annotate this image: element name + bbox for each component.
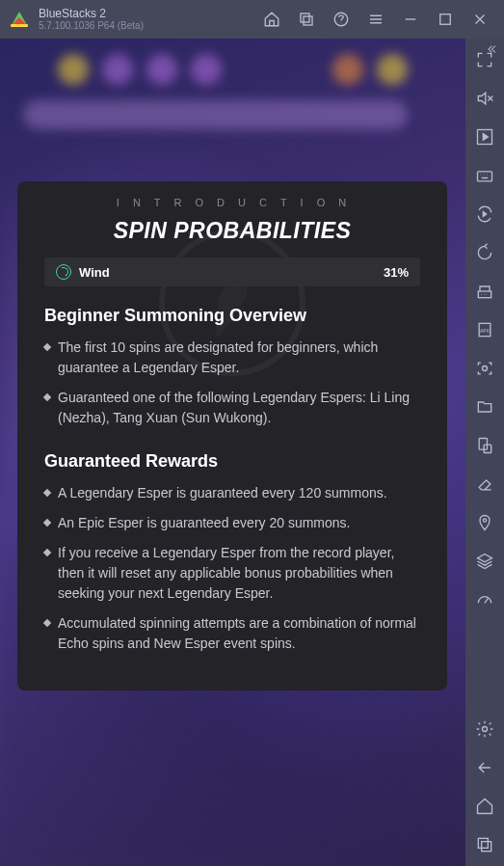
svg-rect-0 [11,24,28,27]
play-right-icon[interactable] [475,127,494,147]
disk-icon[interactable] [475,282,494,301]
folder-icon[interactable] [475,397,494,417]
home-icon[interactable] [263,11,280,28]
app-logo [8,8,31,31]
app-name: BlueStacks 2 [39,7,263,20]
probability-value: 31% [384,265,409,280]
svg-rect-1 [301,14,309,22]
svg-point-14 [483,727,488,732]
svg-rect-15 [478,838,488,848]
app-version: 5.7.100.1036 P64 (Beta) [39,20,263,32]
probability-row: Wind 31% [44,257,420,286]
title-text: BlueStacks 2 5.7.100.1036 P64 (Beta) [39,7,263,32]
list-item: Accumulated spinning attempts are a comb… [44,613,420,654]
right-sidebar: APK [465,39,504,866]
svg-point-10 [483,366,488,371]
titlebar-buttons [263,11,496,28]
svg-rect-2 [304,16,312,25]
keyboard-icon[interactable] [475,166,494,185]
recents-icon[interactable] [475,835,494,854]
section-title-beginner: Beginner Summoning Overview [44,306,420,326]
back-icon[interactable] [475,758,494,777]
intro-label: INTRODUCTION [56,197,420,208]
minimize-icon[interactable] [402,11,419,28]
svg-rect-11 [479,439,487,450]
list-item: If you receive a Legendary Esper from th… [44,543,420,604]
device-icon[interactable] [475,436,494,455]
maximize-icon[interactable] [437,11,454,28]
rotate-icon[interactable] [475,243,494,262]
close-icon[interactable] [471,11,489,28]
svg-text:APK: APK [480,328,491,334]
layers-icon[interactable] [475,552,494,571]
volume-mute-icon[interactable] [475,89,494,108]
svg-rect-7 [478,291,491,298]
element-label: Wind [79,265,376,280]
nav-home-icon[interactable] [475,797,494,816]
svg-rect-6 [478,172,492,181]
collapse-sidebar-icon[interactable] [485,42,498,56]
location-icon[interactable] [475,513,494,532]
blurred-tab-bar [23,100,408,129]
sync-play-icon[interactable] [475,204,494,224]
game-viewport: INTRODUCTION SPIN PROBABILITIES Wind 31%… [0,39,465,866]
list-item: An Epic Esper is guaranteed every 20 sum… [44,513,420,533]
gauge-icon[interactable] [475,590,494,609]
svg-rect-16 [482,842,491,852]
gear-icon[interactable] [475,719,494,739]
screenshot-icon[interactable] [475,359,494,378]
rewards-list: A Legendary Esper is guaranteed every 12… [44,483,420,654]
list-item: The first 10 spins are designated for be… [44,338,420,378]
menu-icon[interactable] [367,11,385,28]
apk-icon[interactable]: APK [475,320,494,339]
svg-rect-4 [440,14,451,25]
multi-instance-icon[interactable] [298,11,315,28]
beginner-list: The first 10 spins are designated for be… [44,338,420,428]
spin-probabilities-modal: INTRODUCTION SPIN PROBABILITIES Wind 31%… [17,181,447,690]
modal-title: SPIN PROBABILITIES [44,218,420,244]
blurred-top-row [58,54,408,89]
svg-point-13 [483,519,486,522]
eraser-icon[interactable] [475,474,494,494]
titlebar: BlueStacks 2 5.7.100.1036 P64 (Beta) [0,0,504,39]
section-title-rewards: Guaranteed Rewards [44,451,420,472]
help-icon[interactable] [332,11,350,28]
list-item: Guaranteed one of the following Legendar… [44,388,420,428]
list-item: A Legendary Esper is guaranteed every 12… [44,483,420,503]
wind-icon [56,264,71,280]
